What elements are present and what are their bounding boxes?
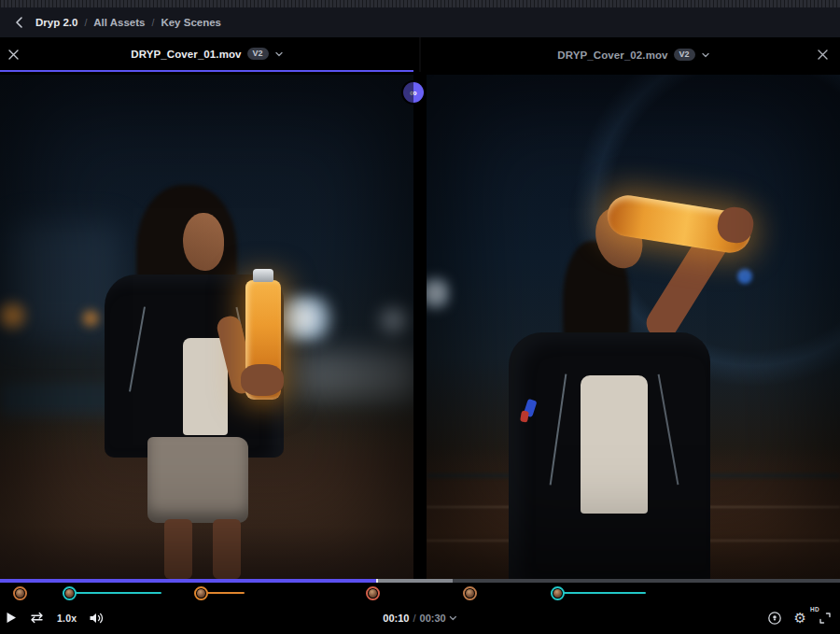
timecode-group: 00:10 / 00:30 bbox=[383, 601, 456, 634]
comment-marker[interactable] bbox=[63, 586, 77, 600]
left-scene-vignette bbox=[0, 75, 413, 579]
comment-marker[interactable] bbox=[463, 586, 477, 600]
duration[interactable]: 00:30 bbox=[420, 613, 446, 624]
settings-button[interactable]: ⚙ HD bbox=[794, 611, 806, 625]
left-version-badge[interactable]: V2 bbox=[247, 48, 269, 61]
breadcrumb-separator: / bbox=[152, 17, 155, 28]
comment-marker[interactable] bbox=[13, 586, 27, 600]
close-icon bbox=[7, 49, 20, 61]
comment-range-line bbox=[70, 592, 161, 594]
comment-marker[interactable] bbox=[551, 586, 565, 600]
current-time: 00:10 bbox=[383, 613, 409, 624]
commenter-avatar bbox=[197, 589, 205, 598]
commenter-avatar bbox=[65, 589, 74, 598]
commenter-avatar bbox=[369, 589, 377, 598]
marker-pin-icon bbox=[767, 611, 782, 626]
fullscreen-button[interactable] bbox=[819, 612, 832, 625]
playback-speed-button[interactable]: 1.0x bbox=[57, 613, 77, 624]
breadcrumb-all-assets[interactable]: All Assets bbox=[93, 17, 145, 28]
right-panel-header: DRYP_Cover_02.mov V2 bbox=[427, 37, 840, 72]
right-scene-vignette bbox=[427, 75, 840, 579]
play-button[interactable] bbox=[6, 612, 17, 624]
comment-marker[interactable] bbox=[194, 586, 208, 600]
left-file-title-group[interactable]: DRYP_Cover_01.mov V2 bbox=[131, 48, 282, 61]
video-stage bbox=[0, 75, 840, 579]
left-version-chevron-down-icon[interactable] bbox=[275, 51, 283, 57]
commenter-avatar bbox=[16, 589, 24, 598]
volume-icon bbox=[89, 612, 105, 625]
right-version-badge[interactable]: V2 bbox=[674, 49, 695, 62]
timecode-chevron-down-icon[interactable] bbox=[450, 615, 457, 621]
right-controls-group: ⚙ HD bbox=[767, 601, 832, 634]
breadcrumb-project[interactable]: Dryp 2.0 bbox=[35, 17, 77, 28]
right-video-frame[interactable] bbox=[427, 75, 840, 579]
volume-button[interactable] bbox=[89, 612, 105, 625]
breadcrumb: Dryp 2.0 / All Assets / Key Scenes bbox=[35, 17, 221, 28]
comment-range-line bbox=[558, 592, 647, 594]
close-left-panel-button[interactable] bbox=[7, 48, 21, 62]
fullscreen-icon bbox=[819, 612, 832, 625]
timeline-zone: 1.0x 00:10 / 00:30 bbox=[0, 579, 840, 634]
compare-player-app: Dryp 2.0 / All Assets / Key Scenes DRYP_… bbox=[0, 0, 840, 634]
gear-icon: ⚙ bbox=[794, 611, 806, 625]
time-separator: / bbox=[413, 613, 415, 624]
right-version-chevron-down-icon[interactable] bbox=[702, 52, 709, 58]
left-controls-group: 1.0x bbox=[6, 601, 105, 634]
playback-controls: 1.0x 00:10 / 00:30 bbox=[0, 601, 840, 634]
left-panel-header: DRYP_Cover_01.mov V2 bbox=[0, 37, 413, 72]
quality-badge: HD bbox=[810, 606, 819, 613]
commenter-avatar bbox=[553, 589, 562, 598]
close-icon bbox=[817, 49, 829, 61]
close-right-panel-button[interactable] bbox=[817, 48, 831, 62]
chevron-left-icon bbox=[15, 17, 23, 28]
loop-icon bbox=[29, 611, 45, 625]
left-file-name: DRYP_Cover_01.mov bbox=[131, 49, 241, 60]
left-video-frame[interactable] bbox=[0, 75, 413, 579]
back-button[interactable] bbox=[11, 15, 26, 30]
breadcrumb-bar: Dryp 2.0 / All Assets / Key Scenes bbox=[0, 7, 840, 37]
compare-header: DRYP_Cover_01.mov V2 DRYP_Cover_02.mov V… bbox=[0, 37, 840, 72]
loop-button[interactable] bbox=[29, 611, 45, 625]
breadcrumb-separator: / bbox=[84, 17, 87, 28]
commenter-avatar bbox=[466, 589, 474, 598]
window-top-strip bbox=[0, 0, 840, 7]
right-file-name: DRYP_Cover_02.mov bbox=[557, 49, 667, 61]
panel-divider bbox=[419, 37, 421, 72]
right-file-title-group[interactable]: DRYP_Cover_02.mov V2 bbox=[557, 49, 708, 62]
comment-marker[interactable] bbox=[366, 586, 380, 600]
breadcrumb-key-scenes[interactable]: Key Scenes bbox=[161, 17, 221, 28]
marker-visibility-button[interactable] bbox=[767, 611, 782, 626]
markers-row bbox=[0, 583, 840, 603]
play-icon bbox=[6, 612, 17, 624]
